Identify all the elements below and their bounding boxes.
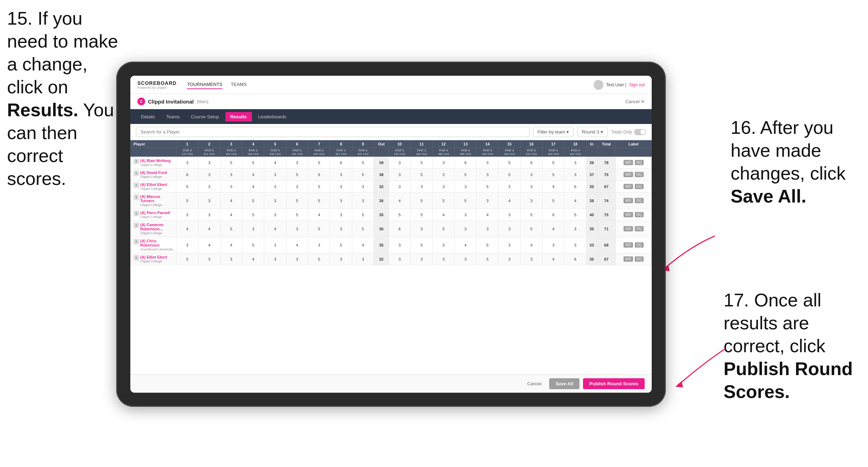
hole-15-score[interactable]: 3 xyxy=(498,253,520,265)
hole-1-score[interactable]: 6 xyxy=(176,169,198,181)
hole-3-score[interactable]: 5 xyxy=(220,157,242,169)
hole-3-score[interactable]: 4 xyxy=(220,193,242,209)
hole-9-score[interactable]: 5 xyxy=(352,169,374,181)
hole-10-score[interactable]: 3 xyxy=(389,237,410,253)
hole-8-score[interactable]: 5 xyxy=(330,237,352,253)
hole-10-score[interactable]: 3 xyxy=(389,181,410,193)
hole-7-score[interactable]: 5 xyxy=(308,181,330,193)
hole-7-score[interactable]: 5 xyxy=(308,193,330,209)
hole-17-score[interactable]: 5 xyxy=(542,157,564,169)
hole-14-score[interactable]: 3 xyxy=(477,169,498,181)
hole-18-score[interactable]: 3 xyxy=(564,157,586,169)
hole-17-score[interactable]: 5 xyxy=(542,193,564,209)
hole-3-score[interactable]: 3 xyxy=(220,169,242,181)
totals-only-switch[interactable] xyxy=(634,129,646,135)
hole-15-score[interactable]: 3 xyxy=(498,221,520,237)
dq-button[interactable]: DQ xyxy=(635,242,644,248)
hole-3-score[interactable]: 3 xyxy=(220,253,242,265)
wd-button[interactable]: WD xyxy=(624,184,633,189)
hole-8-score[interactable]: 3 xyxy=(330,193,352,209)
hole-9-score[interactable]: 4 xyxy=(352,237,374,253)
dq-button[interactable]: DQ xyxy=(635,184,644,189)
hole-18-score[interactable]: 3 xyxy=(564,237,586,253)
wd-button[interactable]: WD xyxy=(624,226,633,231)
hole-1-score[interactable]: 5 xyxy=(176,253,198,265)
hole-8-score[interactable]: 3 xyxy=(330,253,352,265)
publish-round-scores-button[interactable]: Publish Round Scores xyxy=(583,378,645,389)
hole-4-score[interactable]: 4 xyxy=(242,169,264,181)
hole-6-score[interactable]: 5 xyxy=(286,169,308,181)
hole-2-score[interactable]: 4 xyxy=(198,237,220,253)
hole-3-score[interactable]: 4 xyxy=(220,209,242,221)
hole-4-score[interactable]: 5 xyxy=(242,157,264,169)
hole-8-score[interactable]: 6 xyxy=(330,157,352,169)
sign-out-link[interactable]: Sign out xyxy=(629,82,645,87)
cancel-button[interactable]: Cancel xyxy=(523,379,546,389)
wd-button[interactable]: WD xyxy=(624,198,633,203)
hole-5-score[interactable]: 3 xyxy=(264,209,286,221)
hole-12-score[interactable]: 3 xyxy=(433,181,454,193)
hole-2-score[interactable]: 3 xyxy=(198,193,220,209)
hole-16-score[interactable]: 5 xyxy=(520,209,542,221)
hole-18-score[interactable]: 3 xyxy=(564,221,586,237)
hole-6-score[interactable]: 3 xyxy=(286,157,308,169)
hole-16-score[interactable]: 3 xyxy=(520,169,542,181)
hole-13-score[interactable]: 4 xyxy=(454,237,476,253)
hole-13-score[interactable]: 3 xyxy=(454,181,476,193)
hole-17-score[interactable]: 4 xyxy=(542,181,564,193)
hole-4-score[interactable]: 5 xyxy=(242,193,264,209)
hole-13-score[interactable]: 3 xyxy=(454,209,476,221)
hole-6-score[interactable]: 5 xyxy=(286,209,308,221)
hole-13-score[interactable]: 3 xyxy=(454,221,476,237)
dq-button[interactable]: DQ xyxy=(635,256,644,262)
hole-14-score[interactable]: 5 xyxy=(477,253,498,265)
hole-17-score[interactable]: 5 xyxy=(542,169,564,181)
hole-11-score[interactable]: 3 xyxy=(411,181,433,193)
hole-4-score[interactable]: 5 xyxy=(242,209,264,221)
round-selector-button[interactable]: Round 3 ▾ xyxy=(577,127,607,137)
hole-11-score[interactable]: 5 xyxy=(411,237,433,253)
hole-11-score[interactable]: 5 xyxy=(411,169,433,181)
hole-18-score[interactable]: 4 xyxy=(564,193,586,209)
hole-2-score[interactable]: 3 xyxy=(198,209,220,221)
hole-7-score[interactable]: 4 xyxy=(308,209,330,221)
hole-7-score[interactable]: 5 xyxy=(308,157,330,169)
hole-13-score[interactable]: 5 xyxy=(454,193,476,209)
hole-18-score[interactable]: 6 xyxy=(564,181,586,193)
hole-16-score[interactable]: 4 xyxy=(520,237,542,253)
hole-3-score[interactable]: 3 xyxy=(220,181,242,193)
hole-1-score[interactable]: 4 xyxy=(176,221,198,237)
tab-results[interactable]: Results xyxy=(225,112,252,122)
hole-3-score[interactable]: 5 xyxy=(220,221,242,237)
hole-7-score[interactable]: 6 xyxy=(308,169,330,181)
hole-12-score[interactable]: 3 xyxy=(433,157,454,169)
hole-13-score[interactable]: 5 xyxy=(454,169,476,181)
hole-2-score[interactable]: 3 xyxy=(198,169,220,181)
dq-button[interactable]: DQ xyxy=(635,198,644,203)
hole-15-score[interactable]: 5 xyxy=(498,169,520,181)
dq-button[interactable]: DQ xyxy=(635,172,644,177)
hole-7-score[interactable]: 3 xyxy=(308,237,330,253)
hole-12-score[interactable]: 5 xyxy=(433,193,454,209)
hole-15-score[interactable]: 5 xyxy=(498,157,520,169)
hole-13-score[interactable]: 3 xyxy=(454,253,476,265)
save-all-button[interactable]: Save All xyxy=(549,378,579,389)
hole-1-score[interactable]: 5 xyxy=(176,193,198,209)
hole-10-score[interactable]: 5 xyxy=(389,209,410,221)
search-input[interactable] xyxy=(136,127,529,137)
hole-12-score[interactable]: 5 xyxy=(433,221,454,237)
hole-8-score[interactable]: 3 xyxy=(330,181,352,193)
dq-button[interactable]: DQ xyxy=(635,212,644,217)
hole-16-score[interactable]: 5 xyxy=(520,221,542,237)
hole-18-score[interactable]: 5 xyxy=(564,209,586,221)
hole-17-score[interactable]: 4 xyxy=(542,253,564,265)
hole-13-score[interactable]: 6 xyxy=(454,157,476,169)
hole-2-score[interactable]: 3 xyxy=(198,253,220,265)
hole-1-score[interactable]: 3 xyxy=(176,209,198,221)
wd-button[interactable]: WD xyxy=(624,160,633,165)
hole-12-score[interactable]: 4 xyxy=(433,209,454,221)
hole-2-score[interactable]: 4 xyxy=(198,221,220,237)
hole-14-score[interactable]: 3 xyxy=(477,157,498,169)
hole-16-score[interactable]: 3 xyxy=(520,193,542,209)
hole-9-score[interactable]: 3 xyxy=(352,253,374,265)
